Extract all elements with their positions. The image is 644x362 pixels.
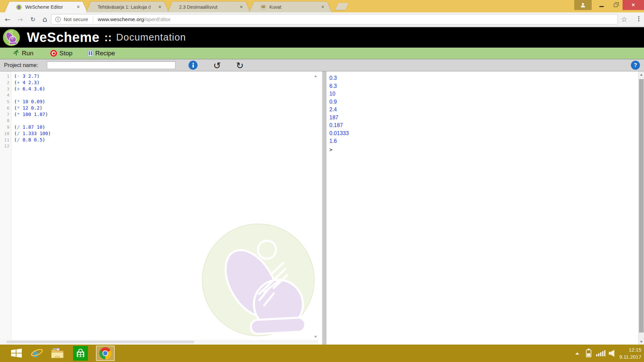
repl-prompt[interactable]: > [329, 146, 349, 154]
brand-title: WeScheme [27, 30, 100, 45]
network-signal-icon[interactable] [595, 345, 606, 362]
store-button[interactable] [72, 345, 89, 362]
browser-tab[interactable]: WeScheme Editor× [5, 2, 87, 12]
battery-icon[interactable] [584, 345, 594, 362]
folder-icon [51, 348, 64, 359]
hidden-icons-chevron-icon[interactable] [572, 345, 582, 362]
code-line: 6(* 12 0.2) [0, 105, 51, 112]
line-number: 1 [0, 74, 9, 79]
tab-close-icon[interactable]: × [77, 4, 80, 10]
restore-button[interactable] [608, 0, 623, 10]
start-button[interactable] [7, 345, 25, 362]
internet-explorer-button[interactable]: e [29, 345, 45, 362]
tab-close-icon[interactable]: × [240, 4, 243, 10]
code-line: 1(- 3 2.7) [0, 73, 51, 80]
minimize-button[interactable] [594, 0, 608, 10]
address-bar[interactable]: i Not secure www.wescheme.org/openEditor [51, 14, 618, 24]
repl-value: 187 [329, 114, 349, 122]
svg-text:e: e [33, 347, 39, 360]
undo-button[interactable]: ↺ [211, 59, 223, 71]
file-explorer-button[interactable] [50, 345, 65, 362]
line-number: 9 [0, 125, 9, 130]
forward-button[interactable]: → [14, 12, 26, 26]
line-number: 12 [0, 143, 9, 148]
scroll-down-icon[interactable] [640, 341, 643, 343]
repl-vertical-scrollbar[interactable] [638, 71, 644, 345]
code-text[interactable]: (* 10 0.09) [9, 99, 45, 104]
minimize-icon [599, 6, 604, 7]
code-line: 11(/ 0.8 0.5) [0, 137, 51, 143]
line-number: 3 [0, 86, 9, 92]
scroll-down-icon[interactable] [314, 336, 317, 338]
editor-horizontal-scrollbar[interactable] [0, 340, 318, 344]
code-text[interactable]: (* 100 1.87) [9, 112, 48, 117]
security-label: Not secure [64, 16, 88, 22]
line-number: 8 [0, 118, 9, 123]
tab-close-icon[interactable]: × [158, 4, 161, 10]
browser-tab[interactable]: Kuvat× [249, 2, 332, 12]
line-number: 4 [0, 93, 9, 98]
ie-icon: e [31, 347, 43, 360]
repl-value: 0.187 [329, 121, 349, 129]
store-icon [73, 346, 88, 361]
reload-button[interactable]: ↻ [27, 12, 39, 26]
stop-button[interactable]: Stop [50, 48, 72, 59]
scrollbar-thumb[interactable] [639, 79, 644, 333]
code-line: 3(+ 6.4 3.6) [0, 86, 51, 93]
code-text[interactable]: (/ 0.8 0.5) [9, 137, 45, 142]
browser-tab[interactable]: Tehtäväsarja 1: Laskuja d× [86, 2, 169, 12]
repl-values: 0.36.3100.92.41870.1870.013331.6> [329, 74, 349, 154]
code-text[interactable]: (/ 1.87 10) [9, 124, 45, 130]
wescheme-logo-icon [3, 29, 20, 46]
info-icon[interactable]: i [55, 17, 61, 22]
code-lines[interactable]: 1(- 3 2.7)2(+ 4 2.3)3(+ 6.4 3.6)45(* 10 … [0, 73, 51, 150]
tab-close-icon[interactable]: × [321, 4, 324, 10]
code-text[interactable]: (* 12 0.2) [9, 105, 42, 111]
documentation-link[interactable]: Documentation [116, 32, 186, 43]
line-number: 2 [0, 80, 9, 85]
project-info-button[interactable] [189, 61, 198, 70]
clock-date: 9.11.2017 [619, 353, 641, 360]
scrollbar-thumb[interactable] [6, 341, 194, 343]
run-button[interactable]: Run [13, 48, 34, 59]
chrome-icon [99, 347, 111, 359]
wescheme-logo-icon [16, 4, 22, 10]
help-button[interactable]: ? [631, 61, 640, 70]
browser-tab[interactable]: 2.3 Desimaaliluvut× [168, 2, 250, 12]
repl-value: 2.4 [329, 106, 349, 114]
scroll-up-icon[interactable] [640, 74, 643, 76]
scroll-up-icon[interactable] [314, 75, 317, 77]
repl-value: 1.6 [329, 137, 349, 145]
menu-dots-icon[interactable] [638, 16, 640, 21]
windows-logo-icon [11, 349, 22, 358]
code-text[interactable]: (+ 4 2.3) [9, 80, 40, 85]
clock-time: 12:15 [619, 346, 641, 353]
code-text[interactable]: (/ 1.333 100) [9, 131, 51, 136]
code-line: 2(+ 4 2.3) [0, 80, 51, 86]
recipe-button[interactable]: Recipe [88, 48, 115, 59]
runner-icon [13, 49, 19, 58]
bookmark-star-icon[interactable]: ☆ [619, 12, 630, 26]
line-number: 5 [0, 99, 9, 104]
line-number: 11 [0, 137, 9, 142]
repl-value: 0.9 [329, 98, 349, 106]
code-text[interactable]: (+ 6.4 3.6) [9, 86, 45, 92]
interactions-pane[interactable]: 0.36.3100.92.41870.1870.013331.6> [326, 71, 638, 345]
home-button[interactable]: ⌂ [39, 12, 51, 26]
project-name-input[interactable] [47, 61, 175, 69]
code-text[interactable]: (- 3 2.7) [9, 73, 40, 79]
close-button[interactable]: × [623, 0, 644, 10]
tab-strip: WeScheme Editor×Tehtäväsarja 1: Laskuja … [0, 0, 644, 12]
taskbar-clock[interactable]: 12:15 9.11.2017 [619, 346, 641, 360]
volume-icon[interactable] [606, 345, 616, 362]
back-button[interactable]: ← [2, 12, 13, 26]
chrome-button[interactable] [96, 346, 115, 361]
editor-vertical-scrollbar[interactable] [313, 72, 319, 341]
redo-button[interactable]: ↻ [234, 59, 246, 71]
profile-button[interactable] [574, 0, 592, 10]
code-line: 10(/ 1.333 100) [0, 131, 51, 137]
pane-splitter[interactable] [322, 71, 326, 345]
repl-value: 10 [329, 90, 349, 98]
recipe-label: Recipe [95, 50, 115, 57]
code-line: 8 [0, 118, 51, 124]
